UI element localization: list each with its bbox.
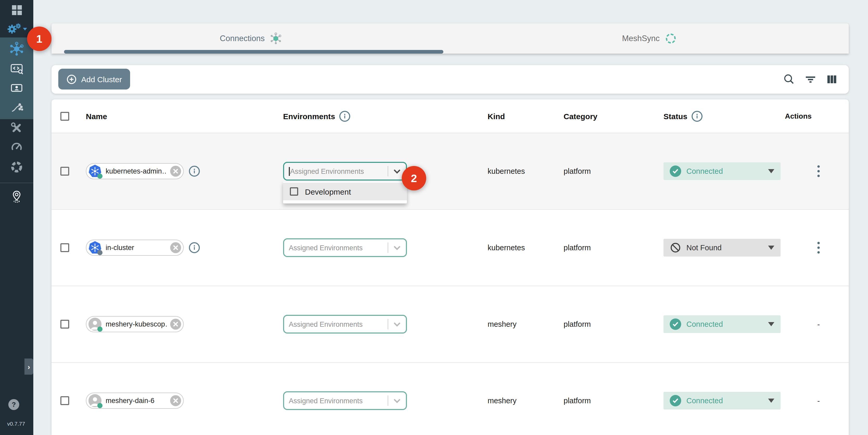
connection-name: meshery-dain-6 (106, 397, 167, 405)
category-cell: platform (564, 320, 591, 328)
sidebar-item-dashboard[interactable] (0, 0, 33, 20)
sidebar-item-designs[interactable] (0, 79, 33, 98)
connection-chip[interactable]: meshery-kubescop… (86, 316, 184, 332)
annotation-step-2: 2 (402, 166, 426, 190)
environments-select[interactable]: Assigned Environments (283, 391, 407, 410)
screen-user-icon (9, 81, 24, 96)
toolbar: Add Cluster (52, 65, 849, 94)
header-name[interactable]: Name (86, 99, 107, 133)
status-dropdown[interactable]: Connected (663, 162, 781, 180)
connection-name: kubernetes-admin… (106, 167, 167, 175)
tab-bar: Connections MeshSync (52, 23, 849, 54)
add-cluster-button[interactable]: Add Cluster (58, 69, 130, 90)
connection-up-dot (97, 327, 102, 332)
not-found-icon (670, 242, 681, 253)
header-category-label: Category (564, 112, 597, 120)
connection-name: meshery-kubescop… (106, 320, 167, 328)
status-info-icon[interactable] (691, 111, 703, 122)
sidebar-expand-button[interactable]: › (25, 359, 33, 375)
sidebar-item-service-mesh[interactable] (0, 98, 33, 118)
app-version: v0.7.77 (0, 421, 32, 427)
tab-connections-label: Connections (220, 34, 265, 43)
environment-option-checkbox[interactable] (290, 187, 298, 196)
sidebar-item-extensions[interactable] (0, 157, 33, 177)
row-checkbox[interactable] (60, 243, 69, 252)
table-row: meshery-dain-6 Assigned Environments mes… (52, 362, 849, 435)
delete-connection-button[interactable] (170, 166, 181, 177)
caret-down-icon (768, 169, 774, 173)
avatar-icon (89, 318, 101, 331)
category-cell: platform (564, 397, 591, 405)
environment-option-development[interactable]: Development (283, 183, 407, 200)
tab-connections[interactable]: Connections (52, 23, 450, 54)
row-actions-menu[interactable] (815, 165, 822, 178)
connection-info-icon[interactable] (189, 242, 200, 253)
connection-chip[interactable]: in-cluster (86, 240, 184, 256)
row-checkbox[interactable] (60, 396, 69, 405)
connection-down-dot (97, 250, 102, 255)
dashboard-icon (10, 4, 23, 16)
status-label: Connected (686, 320, 723, 328)
status-label: Not Found (686, 244, 721, 252)
category-cell: platform (564, 244, 591, 252)
environments-placeholder: Assigned Environments (289, 397, 363, 405)
columns-icon (826, 73, 838, 85)
view-columns-button[interactable] (826, 73, 838, 85)
connection-chip[interactable]: meshery-dain-6 (86, 393, 184, 409)
sidebar-item-adapters[interactable] (0, 59, 33, 79)
environments-select[interactable]: Assigned Environments (283, 315, 407, 334)
kind-cell: kubernetes (488, 244, 525, 252)
connection-up-dot (97, 174, 102, 179)
kubernetes-icon (89, 241, 101, 254)
kubernetes-icon (89, 165, 101, 178)
header-environments-label: Environments (283, 112, 335, 120)
connection-info-icon[interactable] (189, 166, 200, 177)
chevron-down-icon[interactable] (388, 245, 406, 250)
help-button[interactable]: ? (8, 399, 19, 410)
chevron-down-icon[interactable] (388, 398, 406, 403)
status-label: Connected (686, 167, 723, 175)
delete-connection-button[interactable] (170, 395, 181, 406)
row-checkbox[interactable] (60, 320, 69, 329)
header-environments: Environments (283, 99, 350, 133)
active-tab-indicator (64, 50, 443, 54)
header-kind[interactable]: Kind (488, 99, 505, 133)
tab-meshsync[interactable]: MeshSync (450, 23, 849, 54)
row-checkbox[interactable] (60, 167, 69, 176)
header-category[interactable]: Category (564, 99, 597, 133)
environment-option-label: Development (305, 187, 351, 196)
header-kind-label: Kind (488, 112, 505, 120)
table-tools (783, 65, 838, 94)
annotation-step-1: 1 (27, 27, 52, 51)
sidebar-item-get-started[interactable] (0, 186, 33, 206)
circled-plus-icon (67, 74, 76, 84)
kind-cell: kubernetes (488, 167, 525, 175)
environments-select[interactable]: Assigned Environments (283, 162, 407, 181)
status-dropdown[interactable]: Not Found (663, 239, 781, 256)
header-status[interactable]: Status (663, 99, 703, 133)
gear-icon (6, 22, 27, 36)
header-actions: Actions (771, 99, 825, 133)
connections-table: Name Environments Kind Category Status A… (52, 99, 849, 435)
delete-connection-button[interactable] (170, 319, 181, 330)
environments-info-icon[interactable] (339, 111, 350, 122)
tools-icon (10, 121, 23, 135)
chevron-down-icon[interactable] (388, 322, 406, 327)
select-all-checkbox[interactable] (60, 112, 69, 120)
connection-chip[interactable]: kubernetes-admin… (86, 163, 184, 179)
search-button[interactable] (783, 73, 795, 85)
environments-select[interactable]: Assigned Environments (283, 238, 407, 257)
sidebar-item-toolkit[interactable] (0, 118, 33, 138)
kind-cell: meshery (488, 320, 517, 328)
no-actions-placeholder: - (808, 396, 829, 405)
status-dropdown[interactable]: Connected (663, 315, 781, 333)
status-dropdown[interactable]: Connected (663, 392, 781, 409)
row-actions-menu[interactable] (815, 242, 822, 254)
filter-button[interactable] (805, 73, 816, 85)
avatar-icon (89, 394, 101, 407)
delete-connection-button[interactable] (170, 242, 181, 253)
environments-dropdown: Development (283, 182, 407, 204)
sidebar-item-performance[interactable] (0, 136, 33, 156)
category-cell: platform (564, 167, 591, 175)
filter-icon (805, 73, 816, 85)
